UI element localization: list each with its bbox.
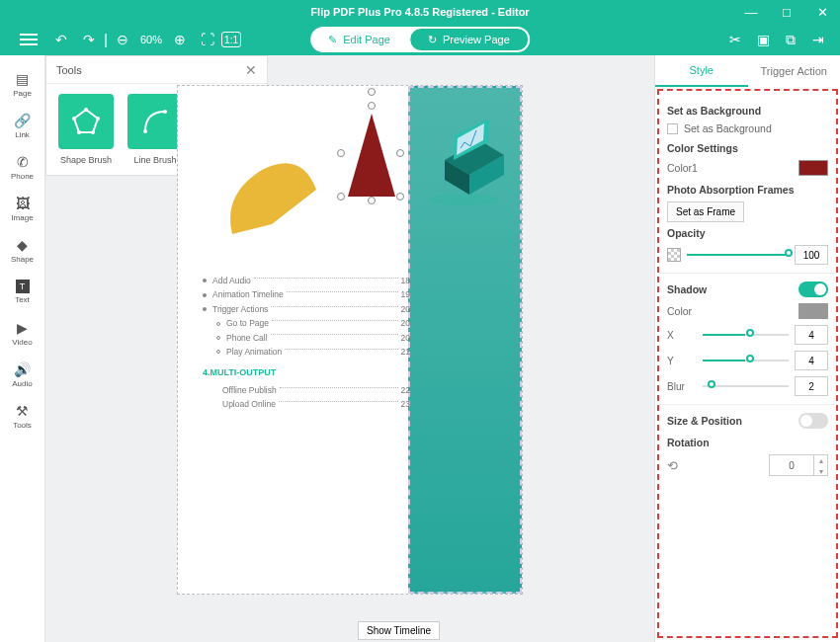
preview-page-tab[interactable]: ↻ Preview Page — [409, 28, 529, 51]
phone-icon: ✆ — [17, 154, 29, 170]
shadow-x-value[interactable]: 4 — [795, 325, 828, 345]
show-timeline-button[interactable]: Show Timeline — [358, 621, 440, 640]
video-icon: ▶ — [17, 320, 28, 336]
shadow-blur-value[interactable]: 2 — [795, 376, 828, 396]
cut-icon[interactable]: ✂ — [721, 26, 749, 53]
shadow-color-label: Color — [667, 305, 692, 317]
link-icon: 🔗 — [14, 113, 31, 128]
undo-button[interactable]: ↶ — [47, 26, 75, 53]
refresh-icon: ↻ — [428, 34, 437, 46]
app-title: Flip PDF Plus Pro 4.8.5 Registered - Edi… — [310, 6, 529, 18]
shadow-toggle[interactable] — [798, 281, 828, 297]
size-position-toggle[interactable] — [798, 413, 828, 429]
zoom-percent[interactable]: 60% — [136, 34, 166, 45]
nav-audio[interactable]: 🔊Audio — [0, 354, 45, 395]
zoom-out-button[interactable]: ⊖ — [109, 26, 136, 53]
color1-label: Color1 — [667, 162, 698, 174]
set-bg-title: Set as Background — [667, 105, 828, 117]
shadow-y-value[interactable]: 4 — [795, 351, 828, 370]
shadow-x-label: X — [667, 330, 697, 341]
size-position-title: Size & Position — [667, 415, 742, 427]
page-frame[interactable]: Add Audio18 Animation Timeline19 Trigger… — [177, 85, 523, 595]
titlebar: Flip PDF Plus Pro 4.8.5 Registered - Edi… — [0, 0, 840, 24]
rotation-stepper[interactable]: ▴▾ — [814, 454, 828, 476]
nav-tools[interactable]: ⚒Tools — [0, 395, 45, 437]
set-frame-button[interactable]: Set as Frame — [667, 201, 744, 222]
ratio-button[interactable]: 1:1 — [221, 32, 241, 47]
preview-page-label: Preview Page — [443, 34, 510, 45]
mode-switch: ✎ Edit Page ↻ Preview Page — [310, 27, 530, 52]
selected-triangle[interactable] — [341, 106, 402, 204]
export-icon[interactable]: ⧉ — [777, 26, 804, 53]
opacity-value[interactable]: 100 — [795, 245, 828, 265]
nav-shape[interactable]: ◆Shape — [0, 229, 45, 271]
frames-title: Photo Absorption Frames — [667, 184, 828, 196]
text-icon: T — [16, 280, 30, 293]
save-icon[interactable]: ▣ — [749, 26, 777, 53]
color1-swatch[interactable] — [798, 160, 828, 176]
menu-button[interactable] — [10, 24, 47, 55]
tab-style[interactable]: Style — [655, 55, 748, 87]
shadow-x-slider[interactable] — [703, 334, 789, 336]
nav-video[interactable]: ▶Video — [0, 312, 45, 354]
shadow-blur-slider[interactable] — [703, 385, 789, 387]
image-icon: 🖼 — [16, 196, 30, 211]
shape-icon: ◆ — [17, 237, 28, 253]
opacity-slider[interactable] — [687, 254, 789, 256]
laptop-graphic[interactable] — [415, 120, 514, 209]
close-button[interactable]: ✕ — [804, 0, 840, 24]
toc-section-title: 4.MULTI-OUTPUT — [203, 365, 410, 380]
set-bg-checkbox[interactable] — [667, 123, 678, 134]
nav-link[interactable]: 🔗Link — [0, 105, 45, 146]
canvas-area[interactable]: Add Audio18 Animation Timeline19 Trigger… — [45, 55, 654, 642]
tools-icon: ⚒ — [16, 403, 29, 419]
edit-page-tab[interactable]: ✎ Edit Page — [310, 27, 408, 52]
edit-page-label: Edit Page — [343, 34, 390, 45]
shadow-blur-label: Blur — [667, 381, 697, 392]
exit-icon[interactable]: ⇥ — [804, 26, 832, 53]
audio-icon: 🔊 — [14, 361, 31, 377]
shadow-title: Shadow — [667, 283, 707, 295]
toolbar: ↶ ↷ | ⊖ 60% ⊕ ⛶ 1:1 ✎ Edit Page ↻ Previe… — [0, 24, 840, 55]
maximize-button[interactable]: □ — [769, 0, 804, 24]
minimize-button[interactable]: — — [733, 0, 769, 24]
svg-marker-15 — [348, 114, 395, 197]
svg-point-21 — [430, 194, 499, 205]
opacity-title: Opacity — [667, 227, 828, 239]
rotation-icon[interactable]: ⟲ — [667, 458, 678, 473]
properties-panel: Style Trigger Action Set as Background S… — [654, 55, 840, 642]
shadow-color-swatch[interactable] — [798, 303, 828, 319]
shadow-y-slider[interactable] — [703, 360, 789, 361]
table-of-contents: Add Audio18 Animation Timeline19 Trigger… — [203, 274, 410, 412]
pencil-icon: ✎ — [328, 34, 337, 46]
page-icon: ▤ — [16, 71, 29, 87]
side-nav: ▤Page 🔗Link ✆Phone 🖼Image ◆Shape TText ▶… — [0, 55, 45, 642]
rotation-value[interactable]: 0 — [769, 454, 814, 476]
zoom-in-button[interactable]: ⊕ — [166, 26, 194, 53]
tab-trigger-action[interactable]: Trigger Action — [748, 55, 841, 87]
fullscreen-button[interactable]: ⛶ — [194, 26, 221, 53]
rotation-title: Rotation — [667, 437, 828, 448]
nav-phone[interactable]: ✆Phone — [0, 146, 45, 188]
redo-button[interactable]: ↷ — [75, 26, 103, 53]
nav-text[interactable]: TText — [0, 271, 45, 312]
color-settings-title: Color Settings — [667, 142, 828, 154]
shadow-y-label: Y — [667, 356, 697, 366]
nav-image[interactable]: 🖼Image — [0, 188, 45, 229]
yellow-shape[interactable] — [222, 155, 321, 244]
nav-page[interactable]: ▤Page — [0, 63, 45, 105]
opacity-checker-icon — [667, 248, 681, 262]
set-bg-label: Set as Background — [684, 122, 772, 134]
